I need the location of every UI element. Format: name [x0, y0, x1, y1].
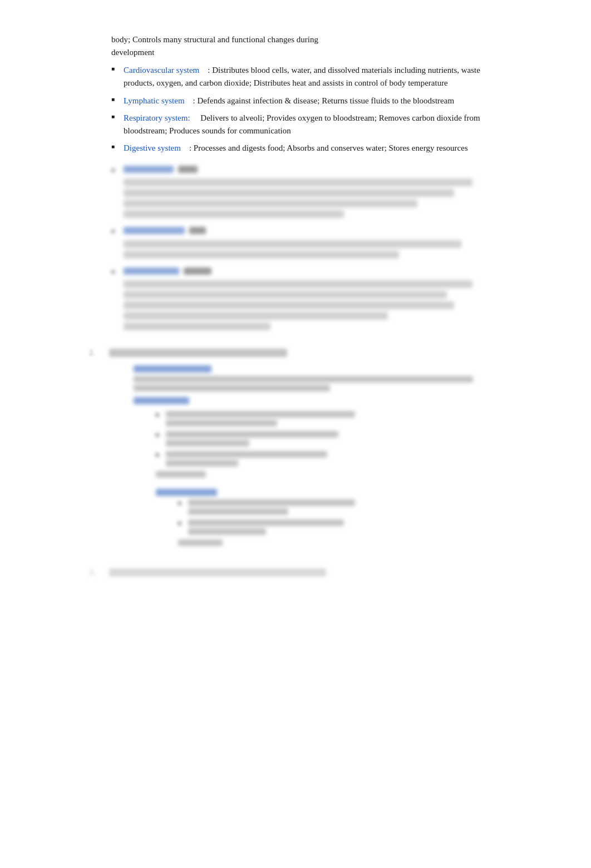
intro-line2: development: [111, 48, 154, 57]
cardiovascular-content: Cardiovascular system : Distributes bloo…: [124, 64, 491, 90]
bottom-section-title: [109, 568, 326, 577]
bullet-marker-1: ■: [111, 66, 124, 72]
cardiovascular-link[interactable]: Cardiovascular system: [124, 66, 199, 75]
digestive-desc: : Processes and digests food; Absorbs an…: [181, 143, 468, 152]
list-item-respiratory: ■ Respiratory system: Delivers to alveol…: [89, 112, 491, 138]
nested-blurred-section: ■ ■ ■: [89, 365, 491, 546]
blurred-section-1: ■ ■: [89, 164, 491, 334]
lymphatic-content: Lymphatic system : Defends against infec…: [124, 95, 491, 107]
section-heading-1: [109, 349, 491, 357]
main-content: body; Controls many structural and funct…: [89, 33, 491, 577]
bullet-marker-4: ■: [111, 143, 124, 150]
systems-list: ■ Cardiovascular system : Distributes bl…: [89, 64, 491, 155]
digestive-content: Digestive system : Processes and digests…: [124, 142, 491, 155]
digestive-link[interactable]: Digestive system: [124, 143, 181, 152]
intro-continuation: body; Controls many structural and funct…: [111, 33, 491, 58]
lymphatic-desc: : Defends against infection & disease; R…: [185, 96, 455, 105]
blurred-section-heading-1: 2.: [89, 349, 491, 358]
blurred-section-heading-2: 3.: [89, 568, 491, 577]
bullet-marker-3: ■: [111, 113, 124, 120]
lymphatic-link[interactable]: Lymphatic system: [124, 96, 185, 105]
respiratory-link[interactable]: Respiratory system:: [124, 113, 190, 122]
section-num-1: 2.: [89, 349, 109, 358]
list-item-cardiovascular: ■ Cardiovascular system : Distributes bl…: [89, 64, 491, 90]
intro-line1: body; Controls many structural and funct…: [111, 35, 318, 44]
respiratory-content: Respiratory system: Delivers to alveoli;…: [124, 112, 491, 138]
list-item-lymphatic: ■ Lymphatic system : Defends against inf…: [89, 95, 491, 107]
bottom-section-num: 3.: [89, 568, 109, 577]
list-item-digestive: ■ Digestive system : Processes and diges…: [89, 142, 491, 155]
bullet-marker-2: ■: [111, 96, 124, 102]
